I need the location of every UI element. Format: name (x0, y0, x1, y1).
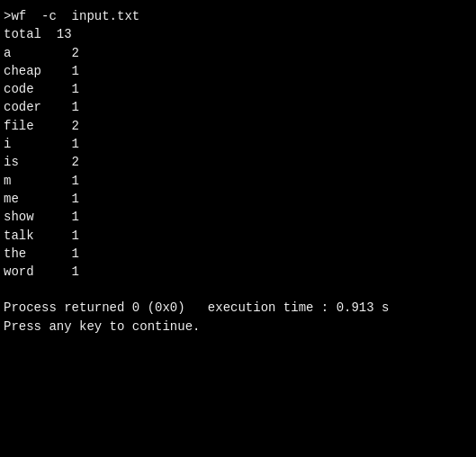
word-line-i: i 1 (4, 135, 472, 153)
word-line-cheap: cheap 1 (4, 62, 472, 80)
total-label: total (4, 27, 41, 41)
word-line-a: a 2 (4, 44, 472, 62)
command-line: >wf -c input.txt (4, 7, 472, 25)
word-line-is: is 2 (4, 153, 472, 171)
total-value: 13 (57, 27, 72, 41)
word-line-word: word 1 (4, 263, 472, 281)
blank-space (4, 281, 472, 299)
word-line-code: code 1 (4, 80, 472, 98)
word-line-coder: coder 1 (4, 98, 472, 116)
word-line-show: show 1 (4, 208, 472, 226)
word-line-talk: talk 1 (4, 227, 472, 245)
press-any-key-line: Press any key to continue. (4, 318, 472, 336)
word-line-me: me 1 (4, 190, 472, 208)
process-returned-line: Process returned 0 (0x0) execution time … (4, 299, 472, 317)
word-line-m: m 1 (4, 172, 472, 190)
terminal-window: >wf -c input.txt total 13 a 2 cheap 1 co… (4, 7, 472, 450)
total-line: total 13 (4, 25, 472, 43)
word-line-the: the 1 (4, 245, 472, 263)
word-line-file: file 2 (4, 117, 472, 135)
